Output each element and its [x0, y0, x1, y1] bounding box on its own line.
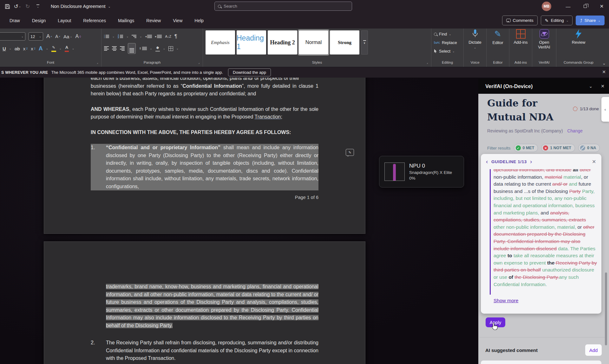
shading-icon[interactable]: ◆ [155, 45, 160, 52]
select-button[interactable]: Select⌄ [434, 47, 461, 55]
minimize-button[interactable]: — [561, 0, 575, 13]
align-right-icon[interactable] [120, 46, 125, 51]
filter-pill-na[interactable]: 0 NA [578, 144, 600, 152]
shrink-font-button[interactable]: A˅ [55, 34, 60, 39]
tab-references[interactable]: References [80, 16, 109, 25]
shading-chevron-icon[interactable]: ⌄ [163, 47, 165, 50]
tab-design[interactable]: Design [29, 16, 49, 25]
panel-close-icon[interactable]: ✕ [601, 84, 605, 89]
underline-chevron-icon[interactable]: ⌄ [9, 47, 11, 50]
panel-collapse-chevron-icon[interactable]: ⌄ [589, 84, 593, 89]
addins-button[interactable]: Add-ins [509, 29, 532, 59]
align-center-icon[interactable] [112, 46, 117, 51]
close-window-button[interactable]: ✕ [594, 0, 609, 13]
style-emphasis[interactable]: Emphasis [206, 30, 235, 54]
style-heading1[interactable]: Heading 1 [237, 30, 266, 54]
editing-mode-button[interactable]: ✎Editing⌄ [541, 16, 573, 25]
restore-button[interactable] [578, 0, 593, 13]
find-button[interactable]: Find⌄ [434, 30, 461, 38]
tab-review[interactable]: Review [143, 16, 164, 25]
tab-draw[interactable]: Draw [6, 16, 23, 25]
guideline-close-icon[interactable]: ✕ [592, 159, 596, 165]
avatar[interactable]: MB [542, 2, 551, 11]
multilevel-chevron-icon[interactable]: ⌄ [140, 35, 142, 38]
borders-chevron-icon[interactable]: ⌄ [176, 47, 179, 50]
banner-close-icon[interactable]: ✕ [602, 69, 606, 74]
editor-button[interactable]: ✎ Editor [487, 29, 509, 59]
tab-layout[interactable]: Layout [55, 16, 74, 25]
guideline-next-icon[interactable]: › [530, 158, 532, 165]
page-1[interactable]: each other's business, assets, financial… [44, 78, 365, 234]
styles-dialog-launcher[interactable]: › [425, 61, 430, 66]
font-color-chevron-icon[interactable]: ⌄ [72, 47, 74, 50]
customize-qat-button[interactable]: ⌄ [34, 2, 42, 10]
strikethrough-button[interactable]: ab [15, 46, 20, 51]
document-title[interactable]: Non Disclosure Agreement ⌄ [51, 4, 111, 9]
font-name-combo[interactable]: ⌄ [0, 32, 25, 41]
text-effects-chevron-icon[interactable]: ⌄ [46, 47, 48, 50]
save-icon[interactable] [3, 2, 11, 10]
download-app-button[interactable]: Download the app [228, 68, 271, 76]
comments-button[interactable]: Comments [502, 16, 538, 25]
search-box[interactable] [214, 2, 352, 11]
grow-font-button[interactable]: A˄ [46, 33, 52, 40]
text-effects-button[interactable]: A [39, 45, 43, 52]
font-size-combo[interactable]: 12⌄ [29, 32, 43, 41]
highlight-color-button[interactable]: ✎ [51, 45, 56, 52]
change-case-button[interactable]: Aa⌄ [63, 34, 72, 39]
dictate-button[interactable]: Dictate ⌄ [464, 29, 486, 59]
panel-scrollbar[interactable] [605, 272, 607, 345]
paragraph-dialog-launcher[interactable]: › [197, 61, 201, 66]
underline-button[interactable]: U [3, 46, 6, 51]
tab-help[interactable]: Help [191, 16, 207, 25]
share-button[interactable]: ⤴Share⌄ [576, 16, 605, 25]
highlight-chevron-icon[interactable]: ⌄ [59, 47, 62, 50]
sort-icon[interactable]: A↓Z [165, 35, 171, 38]
show-more-link[interactable]: Show more [494, 298, 518, 303]
style-normal[interactable]: Normal [299, 30, 328, 54]
tab-view[interactable]: View [170, 16, 186, 25]
numbering-icon[interactable] [118, 35, 123, 38]
decrease-indent-icon[interactable]: ◂ [145, 35, 152, 38]
style-heading2[interactable]: Heading 2 [268, 30, 297, 54]
line-spacing-chevron-icon[interactable]: ⌄ [150, 47, 152, 50]
review-command-button[interactable]: Review [556, 29, 601, 59]
open-verifai-button[interactable]: Open VerifAI [532, 29, 556, 59]
justify-icon[interactable] [128, 43, 136, 54]
multilevel-list-icon[interactable] [132, 35, 136, 38]
bullets-icon[interactable] [104, 35, 109, 38]
superscript-button[interactable]: x2 [31, 46, 36, 51]
font-color-button[interactable]: A [65, 45, 69, 52]
subscript-button[interactable]: x2 [23, 46, 28, 51]
verifai-panel: VerifAI (On-Device) ⌄ ✕ Guide for Mutual… [478, 79, 609, 364]
add-comment-button[interactable]: Add [585, 344, 602, 356]
numbering-chevron-icon[interactable]: ⌄ [126, 35, 128, 38]
replace-button[interactable]: b⇄cReplace [434, 38, 461, 47]
panel-side-collapse-tab[interactable]: ‹ [601, 97, 609, 122]
style-strong[interactable]: Strong [330, 30, 359, 54]
tab-mailings[interactable]: Mailings [115, 16, 137, 25]
borders-icon[interactable] [168, 46, 173, 51]
undo-button[interactable]: ↺⌄ [13, 2, 22, 10]
search-input[interactable] [224, 4, 349, 9]
tracked-change-comment-icon[interactable]: ✎ [346, 149, 354, 156]
filter-pill-met[interactable]: ✓0 MET [514, 144, 538, 152]
redo-button[interactable]: ↻ [23, 2, 32, 10]
clear-formatting-button[interactable]: A◊ [75, 34, 81, 39]
change-link[interactable]: Change [567, 129, 582, 133]
page-2[interactable]: trademarks, brand name, know-how, busine… [44, 241, 365, 364]
align-left-icon[interactable] [104, 46, 109, 51]
pilcrow-icon[interactable]: ¶ [174, 34, 177, 39]
guideline-prev-icon[interactable]: ‹ [486, 158, 488, 165]
styles-gallery-more-button[interactable]: ▾ [361, 30, 368, 54]
increase-indent-icon[interactable]: ▸ [155, 35, 162, 38]
guide-title: Guide for Mutual NDA [487, 96, 570, 124]
style-heading2-label: Heading 2 [270, 39, 295, 46]
redline-block[interactable]: operational information, and include all… [490, 169, 597, 295]
collapse-ribbon-icon[interactable]: ⌄ [602, 61, 606, 66]
document-canvas[interactable]: each other's business, assets, financial… [0, 78, 478, 364]
filter-pill-not-met[interactable]: ✕1 NOT MET [541, 144, 575, 152]
bullets-chevron-icon[interactable]: ⌄ [112, 35, 115, 38]
line-spacing-icon[interactable]: ⇕ [139, 47, 147, 50]
font-dialog-launcher[interactable]: › [95, 61, 100, 66]
